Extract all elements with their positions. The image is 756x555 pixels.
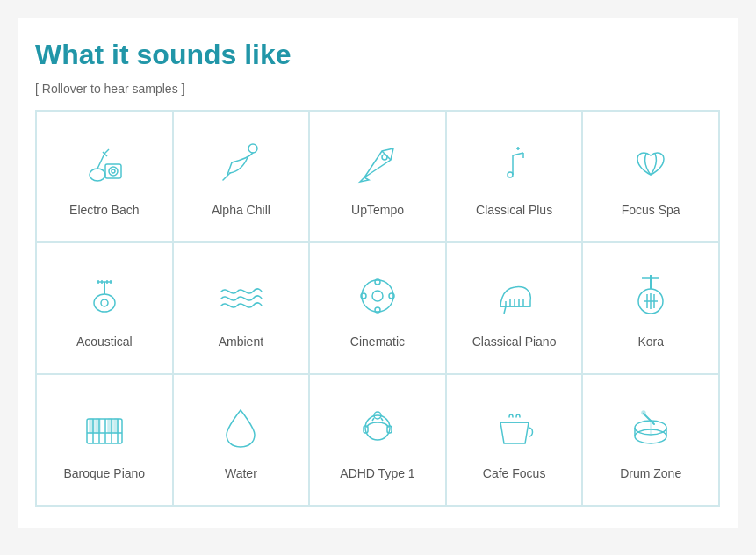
svg-rect-49 — [90, 419, 94, 433]
cell-cafe-focus[interactable]: Cafe Focus — [446, 374, 583, 506]
classical-piano-label: Classical Piano — [472, 335, 557, 349]
electro-bach-icon — [76, 136, 133, 192]
electro-bach-label: Electro Bach — [69, 203, 139, 217]
cinematic-icon — [349, 268, 406, 324]
cell-cinematic[interactable]: Cinematic — [309, 242, 446, 374]
cell-kora[interactable]: Kora — [582, 242, 719, 374]
drum-zone-icon — [623, 400, 679, 456]
alpha-chill-label: Alpha Chill — [212, 203, 270, 217]
acoustical-label: Acoustical — [76, 335, 133, 349]
cell-focus-spa[interactable]: Focus Spa — [582, 111, 719, 242]
cell-alpha-chill[interactable]: Alpha Chill — [173, 111, 310, 242]
classical-plus-label: Classical Plus — [476, 203, 552, 217]
svg-rect-51 — [108, 419, 112, 433]
kora-label: Kora — [637, 335, 664, 349]
baroque-piano-icon — [76, 400, 133, 456]
adhd-type-1-label: ADHD Type 1 — [340, 466, 414, 480]
cafe-focus-icon — [486, 400, 543, 456]
cell-adhd-type-1[interactable]: ADHD Type 1 — [309, 374, 446, 506]
focus-spa-icon — [623, 136, 679, 192]
acoustical-icon — [76, 268, 133, 324]
svg-line-3 — [104, 149, 109, 154]
sound-grid: Electro Bach Alpha Chill UpTempo Classic… — [35, 110, 720, 507]
svg-point-8 — [382, 155, 387, 160]
cell-electro-bach[interactable]: Electro Bach — [36, 111, 173, 242]
cinematic-label: Cinematic — [350, 335, 405, 349]
uptempo-label: UpTempo — [351, 203, 404, 217]
uptempo-icon — [349, 136, 406, 192]
svg-line-29 — [504, 306, 506, 314]
svg-point-0 — [90, 169, 105, 181]
svg-rect-50 — [96, 419, 100, 433]
svg-line-56 — [381, 418, 383, 421]
svg-rect-52 — [114, 419, 119, 433]
svg-point-7 — [248, 144, 257, 153]
cell-drum-zone[interactable]: Drum Zone — [582, 374, 719, 506]
drum-zone-label: Drum Zone — [620, 466, 681, 480]
classical-piano-icon — [486, 268, 543, 324]
cell-uptempo[interactable]: UpTempo — [309, 111, 446, 242]
cell-acoustical[interactable]: Acoustical — [36, 242, 173, 374]
main-container: What it sounds like [ Rollover to hear s… — [18, 18, 738, 528]
classical-plus-icon — [486, 136, 543, 192]
water-icon — [212, 400, 269, 456]
ambient-label: Ambient — [219, 335, 263, 349]
focus-spa-label: Focus Spa — [622, 203, 680, 217]
cell-baroque-piano[interactable]: Baroque Piano — [36, 374, 173, 506]
cell-ambient[interactable]: Ambient — [173, 242, 310, 374]
svg-line-10 — [513, 153, 523, 155]
page-title: What it sounds like — [35, 39, 720, 71]
svg-point-65 — [642, 411, 645, 414]
water-label: Water — [225, 466, 257, 480]
baroque-piano-label: Baroque Piano — [63, 466, 145, 480]
svg-line-55 — [372, 418, 374, 421]
svg-point-5 — [109, 167, 118, 176]
page-subtitle: [ Rollover to hear samples ] — [35, 82, 720, 96]
cafe-focus-label: Cafe Focus — [483, 466, 546, 480]
cell-classical-piano[interactable]: Classical Piano — [446, 242, 583, 374]
svg-line-1 — [97, 154, 104, 169]
svg-point-15 — [101, 299, 108, 306]
svg-point-14 — [94, 294, 115, 312]
cell-water[interactable]: Water — [173, 374, 310, 506]
ambient-icon — [212, 268, 269, 324]
alpha-chill-icon — [212, 136, 269, 192]
svg-point-23 — [372, 291, 383, 301]
cell-classical-plus[interactable]: Classical Plus — [446, 111, 583, 242]
svg-line-64 — [644, 414, 654, 424]
adhd-type-1-icon — [349, 400, 406, 456]
svg-point-6 — [112, 169, 115, 173]
kora-icon — [623, 268, 679, 324]
